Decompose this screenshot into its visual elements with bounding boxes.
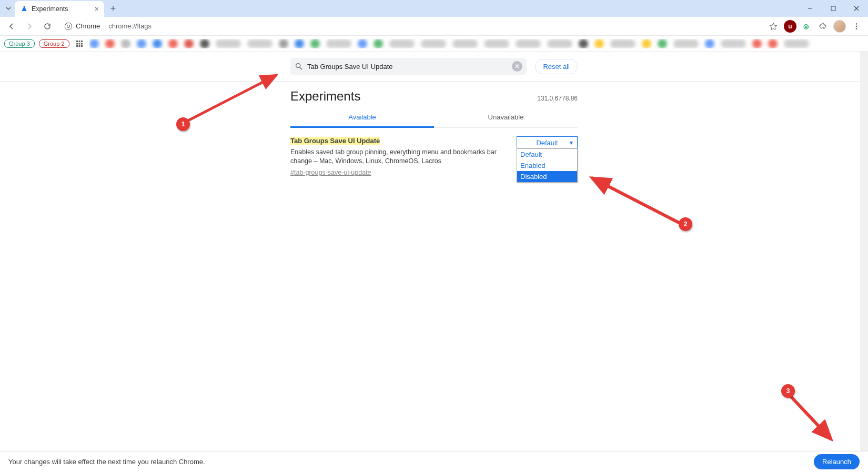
- bookmark-star-icon[interactable]: [766, 19, 781, 34]
- select-dropdown: Default Enabled Disabled: [517, 148, 578, 183]
- extensions-puzzle-icon[interactable]: [815, 19, 830, 34]
- select-button[interactable]: Default ▼: [517, 136, 578, 149]
- flag-description: Enables saved tab group pinning, everyth…: [290, 148, 508, 166]
- bookmarks-bar: Group 3 Group 2: [0, 36, 868, 52]
- svg-rect-14: [78, 45, 80, 47]
- annotation-badge: 2: [679, 217, 692, 231]
- close-icon[interactable]: ×: [95, 5, 99, 13]
- option-enabled[interactable]: Enabled: [517, 160, 577, 171]
- tab-group-badge[interactable]: Group 3: [4, 39, 35, 48]
- flask-icon: [20, 5, 28, 13]
- svg-rect-15: [81, 45, 83, 47]
- extension-icon[interactable]: ◎: [800, 20, 812, 33]
- svg-rect-7: [76, 41, 78, 42]
- apps-grid-icon[interactable]: [74, 38, 85, 49]
- window-controls: [799, 2, 868, 15]
- svg-line-17: [300, 67, 302, 69]
- new-tab-button[interactable]: +: [106, 2, 120, 15]
- relaunch-bar: Your changes will take effect the next t…: [0, 451, 868, 472]
- svg-rect-12: [81, 43, 83, 44]
- tab-available[interactable]: Available: [290, 108, 434, 128]
- search-box[interactable]: ✕: [290, 58, 527, 75]
- svg-rect-13: [76, 45, 78, 47]
- footer-message: Your changes will take effect the next t…: [8, 458, 205, 466]
- tab-group-badge[interactable]: Group 2: [39, 39, 69, 48]
- svg-rect-1: [831, 6, 835, 11]
- relaunch-button[interactable]: Relaunch: [814, 454, 860, 469]
- flag-row: Tab Groups Save UI Update Enables saved …: [290, 128, 578, 186]
- url-text: chrome://flags: [108, 22, 152, 30]
- flags-topbar: ✕ Reset all: [290, 52, 578, 81]
- flag-title: Tab Groups Save UI Update: [290, 137, 380, 145]
- annotation-badge: 1: [176, 117, 190, 131]
- bookmarks-blurred: [89, 39, 864, 48]
- chrome-icon: [64, 22, 73, 31]
- tab-title: Experiments: [32, 5, 92, 13]
- tab-unavailable[interactable]: Unavailable: [434, 108, 578, 127]
- address-bar[interactable]: Chrome chrome://flags: [58, 21, 763, 32]
- svg-rect-9: [81, 41, 83, 42]
- menu-dots-icon[interactable]: [849, 19, 864, 34]
- option-default[interactable]: Default: [517, 149, 577, 160]
- option-disabled[interactable]: Disabled: [517, 171, 577, 182]
- flag-anchor-link[interactable]: #tab-groups-save-ui-update: [290, 168, 371, 178]
- select-value: Default: [536, 139, 558, 147]
- svg-line-18: [184, 75, 276, 123]
- svg-point-6: [856, 28, 857, 29]
- svg-rect-11: [78, 43, 80, 44]
- svg-point-4: [856, 23, 857, 25]
- svg-point-3: [67, 25, 69, 27]
- page-content: ✕ Reset all Experiments 131.0.6778.86 Av…: [0, 52, 868, 451]
- site-chip-label: Chrome: [76, 22, 100, 30]
- clear-search-icon[interactable]: ✕: [512, 61, 522, 72]
- svg-line-19: [592, 178, 684, 225]
- scrollbar-track[interactable]: [860, 52, 868, 451]
- svg-rect-8: [78, 41, 80, 42]
- flag-select[interactable]: Default ▼ Default Enabled Disabled: [517, 136, 578, 177]
- annotation-arrow: [584, 170, 694, 233]
- tab-strip: Experiments × +: [2, 0, 120, 17]
- ublock-icon[interactable]: u: [784, 20, 796, 33]
- reload-button[interactable]: [40, 19, 55, 34]
- search-input[interactable]: [307, 63, 508, 71]
- svg-point-16: [296, 64, 300, 68]
- svg-rect-10: [76, 43, 78, 44]
- close-window-button[interactable]: [845, 2, 868, 15]
- search-icon: [295, 62, 303, 71]
- svg-point-2: [65, 23, 72, 29]
- forward-button[interactable]: [22, 19, 37, 34]
- reset-all-button[interactable]: Reset all: [535, 59, 578, 74]
- window-title-bar: Experiments × +: [0, 0, 868, 17]
- tabs-row: Available Unavailable: [290, 108, 578, 128]
- tab-search-button[interactable]: [2, 2, 15, 15]
- back-button[interactable]: [4, 19, 19, 34]
- chevron-down-icon: ▼: [569, 140, 574, 146]
- site-info-chip[interactable]: Chrome: [60, 21, 104, 32]
- svg-point-5: [856, 25, 857, 27]
- browser-toolbar: Chrome chrome://flags u ◎: [0, 17, 868, 36]
- version-label: 131.0.6778.86: [537, 95, 578, 102]
- maximize-button[interactable]: [822, 2, 845, 15]
- browser-tab[interactable]: Experiments ×: [15, 1, 104, 17]
- page-title: Experiments: [290, 89, 360, 104]
- minimize-button[interactable]: [799, 2, 822, 15]
- profile-avatar[interactable]: [833, 20, 846, 33]
